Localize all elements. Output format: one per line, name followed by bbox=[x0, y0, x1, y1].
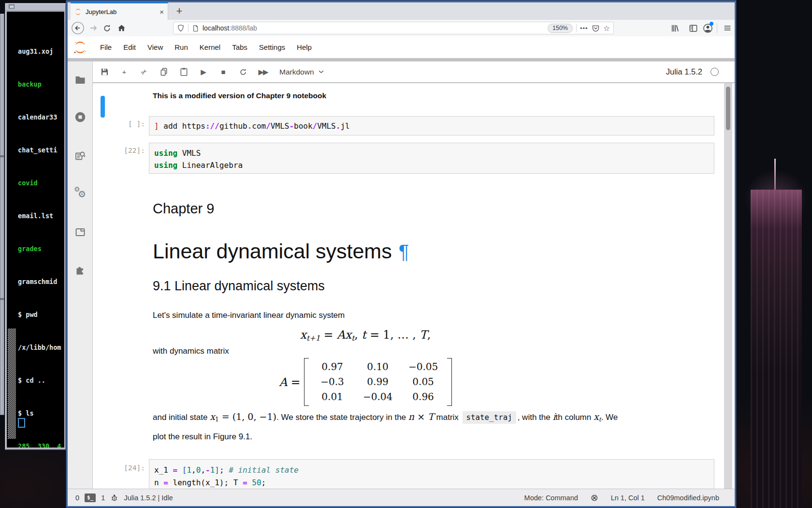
menu-help[interactable]: Help bbox=[291, 43, 318, 51]
cell-prompt: [22]: bbox=[95, 147, 145, 154]
tab-close-icon[interactable]: × bbox=[160, 8, 164, 16]
menu-tabs[interactable]: Tabs bbox=[226, 43, 253, 51]
terminal-scrollbar[interactable] bbox=[8, 329, 16, 439]
bug-icon[interactable] bbox=[110, 493, 118, 502]
heading-chapter[interactable]: Chapter 9 bbox=[153, 201, 214, 217]
url-text[interactable]: localhost:8888/lab bbox=[203, 24, 544, 32]
heading-section[interactable]: 9.1 Linear dynamical systems bbox=[153, 279, 325, 294]
back-icon bbox=[71, 21, 85, 35]
sidebar-item-property-inspector[interactable]: ⚙⚙ bbox=[68, 184, 93, 201]
command-mode-indicator[interactable]: Mode: Command bbox=[524, 494, 578, 502]
library-button[interactable] bbox=[668, 22, 681, 34]
paragraph-dynamics: with dynamics matrix bbox=[153, 346, 229, 356]
browser-navbar: localhost:8888/lab 150% ••• ☆ bbox=[68, 20, 735, 37]
wallpaper-building-spire bbox=[774, 159, 776, 191]
kernel-status-text[interactable]: Julia 1.5.2 | Idle bbox=[124, 494, 173, 502]
sidebar-toggle-button[interactable] bbox=[687, 22, 699, 34]
running-sessions-icon bbox=[74, 111, 87, 123]
interrupt-kernel-button[interactable]: ■ bbox=[218, 67, 228, 77]
code-cell-using[interactable]: using VMLSusing LinearAlgebra bbox=[149, 143, 714, 174]
home-button[interactable] bbox=[114, 21, 129, 35]
paste-cells-button[interactable] bbox=[179, 67, 188, 77]
kernel-indicator[interactable]: Julia 1.5.2 bbox=[666, 67, 719, 76]
browser-window: JupyterLab × + localhost:888 bbox=[66, 0, 737, 508]
chevron-down-icon bbox=[319, 70, 324, 74]
heading-title[interactable]: Linear dynamical systems¶ bbox=[153, 239, 409, 263]
account-button[interactable] bbox=[701, 22, 714, 34]
matrix-cell: −0.04 bbox=[359, 389, 397, 404]
url-separator bbox=[188, 24, 188, 32]
markdown-cell-note[interactable]: This is a modified version of Chapter 9 … bbox=[153, 91, 326, 100]
menu-button[interactable] bbox=[721, 22, 734, 34]
restart-icon bbox=[239, 68, 247, 76]
menu-file[interactable]: File bbox=[94, 43, 117, 51]
url-separator bbox=[576, 24, 577, 32]
restart-run-all-button[interactable]: ▶▶ bbox=[258, 67, 268, 77]
cell-prompt: [24]: bbox=[95, 464, 145, 472]
forward-button[interactable] bbox=[86, 21, 101, 35]
terminal-screen[interactable]: aug31.xoj backup calendar33 chat_setti c… bbox=[7, 12, 64, 448]
selected-cell-collapser[interactable] bbox=[101, 96, 105, 118]
menu-run[interactable]: Run bbox=[169, 43, 194, 51]
menu-kernel[interactable]: Kernel bbox=[194, 43, 226, 51]
reload-button[interactable] bbox=[100, 21, 114, 35]
code-line: using LinearAlgebra bbox=[154, 159, 709, 171]
sidebar-item-commands[interactable] bbox=[68, 148, 93, 164]
menu-edit[interactable]: Edit bbox=[117, 43, 142, 51]
bookmark-star-icon[interactable]: ☆ bbox=[603, 24, 610, 33]
kernels-count[interactable]: 0 bbox=[75, 494, 79, 502]
browser-tab-jupyterlab[interactable]: JupyterLab × bbox=[71, 2, 168, 20]
line-col-indicator[interactable]: Ln 1, Col 1 bbox=[611, 494, 645, 502]
sidebar-item-filebrowser[interactable] bbox=[68, 72, 93, 88]
terminal-line: backup bbox=[18, 80, 64, 89]
cell-type-dropdown[interactable]: Markdown bbox=[279, 68, 324, 76]
notebook-toolbar: + ✂ ▶ ■ ▶▶ Markdown Julia 1.5.2 bbox=[93, 61, 735, 83]
kernel-status-icon[interactable] bbox=[710, 68, 719, 76]
terminal-badge-icon[interactable]: $_ bbox=[85, 493, 96, 502]
terminals-count[interactable]: 1 bbox=[101, 494, 105, 502]
circled-x-icon[interactable]: ⊗ bbox=[591, 492, 598, 503]
shield-icon[interactable] bbox=[177, 24, 185, 32]
notebook-scrollbar-thumb[interactable] bbox=[726, 87, 730, 130]
new-tab-button[interactable]: + bbox=[172, 3, 187, 19]
terminal-line: email.lst bbox=[18, 212, 64, 220]
code-cell-initial-state[interactable]: x_1 = [1,0,-1]; # initial staten = lengt… bbox=[149, 459, 714, 489]
back-button[interactable] bbox=[71, 21, 85, 35]
terminal-titlebar[interactable] bbox=[5, 3, 66, 11]
menu-view[interactable]: View bbox=[142, 43, 169, 51]
notebook-scrollbar[interactable] bbox=[724, 83, 732, 489]
page-info-icon[interactable] bbox=[192, 25, 199, 32]
run-cell-button[interactable]: ▶ bbox=[199, 67, 208, 77]
terminal-line: covid bbox=[18, 179, 64, 187]
terminal-window: aug31.xoj backup calendar33 chat_setti c… bbox=[5, 3, 66, 450]
jupyterlab-sidebar: ⚙⚙ bbox=[68, 61, 93, 489]
cut-cells-button[interactable]: ✂ bbox=[137, 65, 151, 79]
matrix-cell: 0.97 bbox=[313, 359, 352, 374]
sidebar-item-running[interactable] bbox=[68, 109, 93, 125]
menubar-divider bbox=[68, 58, 735, 61]
page-actions-icon[interactable]: ••• bbox=[580, 25, 588, 32]
terminal-line: 285 330 4 bbox=[18, 442, 64, 448]
sidebar-item-extensions[interactable] bbox=[68, 261, 93, 278]
matrix-equation: A = 0.970.10−0.05 −0.30.990.05 0.01−0.04… bbox=[153, 358, 578, 406]
sidebar-item-open-tabs[interactable] bbox=[68, 224, 93, 240]
browser-tabbar: JupyterLab × + bbox=[68, 2, 735, 20]
menu-settings[interactable]: Settings bbox=[253, 43, 291, 51]
restart-kernel-button[interactable] bbox=[238, 67, 248, 77]
url-bar[interactable]: localhost:8888/lab 150% ••• ☆ bbox=[173, 22, 614, 34]
heading-anchor-pilcrow[interactable]: ¶ bbox=[399, 241, 409, 262]
code-cell-pkg-add[interactable]: ] add https://github.com/VMLS-book/VMLS.… bbox=[149, 116, 714, 135]
desktop: aug31.xoj backup calendar33 chat_setti c… bbox=[0, 0, 812, 508]
pocket-icon[interactable] bbox=[592, 24, 600, 32]
matrix-bracket-left bbox=[304, 358, 309, 406]
command-palette-icon bbox=[74, 150, 86, 162]
zoom-indicator[interactable]: 150% bbox=[548, 24, 573, 33]
copy-cells-button[interactable] bbox=[159, 67, 169, 77]
add-cell-button[interactable]: + bbox=[119, 67, 129, 77]
matrix-cell: −0.3 bbox=[313, 374, 352, 389]
kernel-name[interactable]: Julia 1.5.2 bbox=[666, 67, 702, 76]
account-notification-dot bbox=[710, 22, 713, 26]
jupyterlab-menubar: File Edit View Run Kernel Tabs Settings … bbox=[68, 36, 735, 58]
save-button[interactable] bbox=[100, 67, 109, 77]
terminal-menu-button[interactable] bbox=[9, 4, 14, 9]
